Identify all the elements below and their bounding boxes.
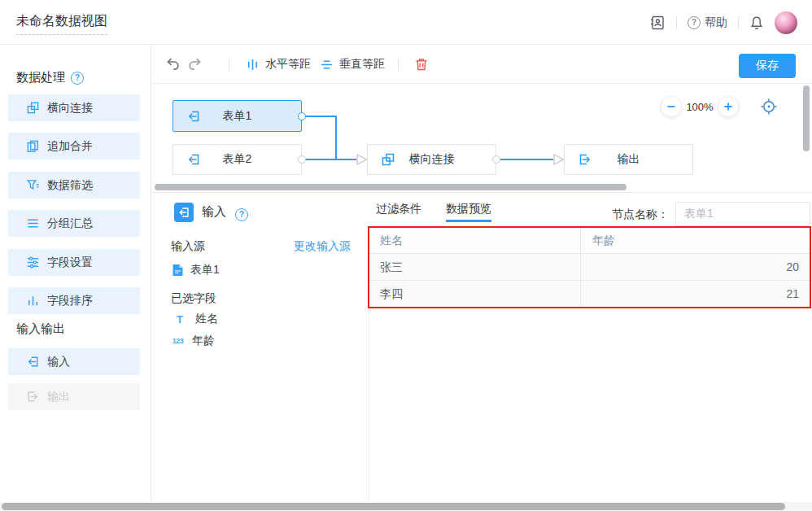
horizontal-spacing-label: 水平等距	[265, 57, 311, 72]
node-name-input[interactable]	[675, 202, 810, 226]
crosshair-icon	[760, 98, 778, 116]
node-label: 表单1	[223, 109, 252, 124]
vertical-spacing-button[interactable]: 垂直等距	[320, 45, 385, 84]
flow-node-output[interactable]: 输出	[564, 144, 693, 175]
help-button[interactable]: 帮助	[688, 15, 727, 30]
sidebar-section-data-processing: 数据处理	[16, 70, 84, 85]
divider	[398, 58, 399, 71]
help-icon	[688, 16, 701, 29]
user-avatar[interactable]	[775, 11, 797, 34]
cell-age: 21	[580, 281, 810, 308]
zoom-controls: 100%	[661, 96, 778, 117]
join-node-icon	[381, 152, 395, 167]
sidebar-item-input[interactable]: 输入	[8, 348, 140, 375]
input-source-label: 输入源	[171, 239, 205, 254]
flow-node-horizontal-join[interactable]: 横向连接	[367, 144, 496, 175]
panel-tabs: 过滤条件 数据预览	[376, 193, 491, 222]
data-preview-table: 姓名 年龄 张三 20 李四 21	[369, 227, 810, 308]
sidebar-item-horizontal-join[interactable]: 横向连接	[8, 94, 140, 121]
panel-help-icon[interactable]	[235, 206, 248, 221]
group-summary-icon	[26, 216, 40, 230]
field-sort-icon	[26, 294, 40, 308]
app-window: 未命名数据视图 帮助	[0, 0, 812, 511]
main-vertical-scrollbar[interactable]	[803, 85, 810, 151]
notification-bell-icon[interactable]	[749, 15, 764, 30]
redo-icon	[187, 56, 203, 72]
save-button[interactable]: 保存	[739, 54, 796, 78]
undo-icon	[164, 56, 181, 72]
divider	[676, 16, 677, 29]
sidebar-item-group-summary[interactable]: 分组汇总	[8, 210, 140, 237]
document-title[interactable]: 未命名数据视图	[16, 13, 107, 35]
join-icon	[26, 101, 40, 115]
tab-data-preview[interactable]: 数据预览	[446, 193, 491, 222]
input-node-icon	[186, 152, 201, 167]
table-row: 张三 20	[369, 254, 810, 281]
sidebar-item-label: 数据筛选	[47, 178, 93, 193]
canvas-horizontal-scrollbar[interactable]	[155, 184, 626, 190]
field-label: 年龄	[192, 334, 215, 348]
section-help-icon[interactable]	[71, 72, 84, 85]
flow-node-form2[interactable]: 表单2	[172, 144, 302, 175]
sidebar-item-label: 字段设置	[47, 256, 93, 270]
divider	[229, 58, 229, 71]
zoom-in-button[interactable]	[718, 96, 739, 117]
zoom-out-button[interactable]	[661, 96, 682, 117]
locate-center-button[interactable]	[760, 98, 778, 116]
minus-icon	[666, 101, 677, 112]
trash-icon	[414, 57, 429, 72]
help-label: 帮助	[705, 15, 727, 30]
field-item-name[interactable]: T 姓名	[173, 312, 218, 326]
sidebar-item-field-settings[interactable]: 字段设置	[8, 249, 140, 276]
sidebar-item-label: 分组汇总	[47, 216, 93, 231]
input-icon	[26, 355, 40, 369]
tab-filter-conditions[interactable]: 过滤条件	[376, 193, 421, 222]
node-label: 表单2	[223, 152, 252, 167]
delete-button[interactable]	[414, 45, 429, 84]
header-actions: 帮助	[649, 0, 797, 45]
field-item-age[interactable]: 123 年龄	[170, 334, 215, 348]
flow-canvas[interactable]: 表单1 表单2 横向连接	[151, 84, 812, 192]
node-port-form2[interactable]	[298, 155, 306, 164]
node-label: 输出	[618, 152, 640, 167]
column-header-age: 年龄	[580, 227, 810, 254]
cell-age: 20	[580, 254, 810, 281]
sidebar-item-output: 输出	[8, 383, 140, 410]
divider	[738, 16, 739, 29]
sidebar-item-data-filter[interactable]: 数据筛选	[8, 172, 140, 199]
sidebar-item-append-merge[interactable]: 追加合并	[8, 133, 140, 159]
text-field-icon: T	[173, 313, 186, 325]
flow-node-form1[interactable]: 表单1	[172, 100, 302, 132]
node-name-label: 节点名称：	[612, 207, 669, 222]
sidebar: 数据处理 横向连接 追加合并 数据筛选 分组汇总	[0, 45, 151, 511]
window-horizontal-scrollbar[interactable]	[2, 503, 785, 510]
sidebar-item-field-sort[interactable]: 字段排序	[8, 287, 140, 314]
table-header-row: 姓名 年龄	[369, 227, 810, 254]
vertical-spacing-label: 垂直等距	[339, 57, 385, 72]
input-source-name: 表单1	[190, 263, 220, 277]
sidebar-item-label: 输出	[47, 390, 70, 404]
field-settings-icon	[26, 256, 40, 269]
section-title: 输入输出	[16, 321, 65, 337]
vertical-spacing-icon	[320, 58, 334, 72]
filter-icon	[26, 178, 40, 192]
change-input-source-link[interactable]: 更改输入源	[294, 239, 351, 254]
form-doc-icon	[172, 264, 184, 277]
input-source-item[interactable]: 表单1	[172, 263, 220, 277]
output-node-icon	[578, 152, 592, 167]
contacts-icon[interactable]	[649, 15, 666, 31]
redo-button[interactable]	[187, 45, 203, 84]
section-title: 数据处理	[16, 70, 65, 85]
column-header-name: 姓名	[369, 227, 580, 254]
cell-name: 张三	[369, 254, 580, 281]
main-area: 水平等距 垂直等距 保存	[151, 45, 812, 511]
sidebar-item-label: 追加合并	[47, 139, 93, 154]
node-config-panel: 输入 过滤条件 数据预览 节点名称： 输入源 更改输入源 表单1 已选字段	[151, 192, 812, 511]
sidebar-section-input-output: 输入输出	[16, 321, 65, 337]
node-port-join[interactable]	[492, 155, 500, 164]
field-label: 姓名	[195, 312, 218, 326]
undo-button[interactable]	[164, 45, 181, 84]
node-port-form1[interactable]	[298, 112, 306, 120]
horizontal-spacing-button[interactable]: 水平等距	[246, 45, 311, 84]
selected-fields-label: 已选字段	[171, 291, 216, 306]
